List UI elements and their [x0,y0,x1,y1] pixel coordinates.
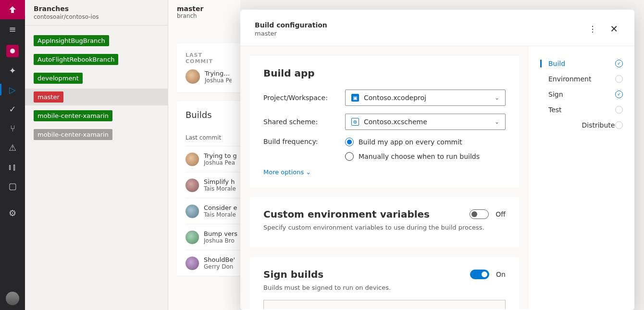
branch-item[interactable]: mobile-center-xamarin [34,129,112,140]
chevron-down-icon: ⌄ [495,94,499,101]
env-section: Custom environment variables Off Specify… [250,197,519,247]
branches-pane: Branches contosoair/contoso-ios AppInsig… [25,0,168,310]
env-toggle[interactable] [470,209,489,219]
builds-subheading: Last commit [186,134,240,141]
last-commit-label: LAST COMMIT [186,52,232,65]
builds-heading: Builds [186,110,240,120]
project-dropdown[interactable]: ▣ Contoso.xcodeproj ⌄ [345,90,506,106]
branch-item[interactable]: mobile-center-xamarin [34,110,112,121]
step-distribute[interactable]: Distribute [540,117,623,133]
status-icon [615,75,623,83]
rail-push[interactable]: ▢ [0,176,25,195]
step-test[interactable]: Test [540,102,623,117]
panel-title: Build configuration [255,21,327,29]
frequency-label: Build frequency: [263,138,345,145]
scheme-label: Shared scheme: [263,118,345,126]
scheme-icon: ⚙ [351,118,359,126]
rail-settings[interactable]: ⚙ [0,203,25,222]
branch-item[interactable]: AutoFlightRebookBranch [34,54,118,65]
panel-steps: Build Environment Sign Test Distribute [529,46,634,309]
provisioning-box[interactable]: ⚙ Provisioning profile: [263,300,506,309]
build-row[interactable]: Simplify hTais Morale [186,172,240,198]
sign-toggle[interactable] [470,270,489,279]
rail-distribute[interactable]: ⑂ [0,118,25,138]
close-icon[interactable]: ✕ [608,21,620,37]
freq-manual[interactable]: Manually choose when to run builds [345,152,506,161]
build-row[interactable]: ShouldBe'Gerry Don [186,250,240,276]
xcode-icon: ▣ [351,94,359,102]
chevron-down-icon: ⌄ [495,118,499,125]
check-icon [615,60,623,67]
rail-analytics[interactable]: ⫾⫿ [0,157,25,176]
env-toggle-label: Off [495,210,506,218]
build-app-heading: Build app [263,67,506,79]
branch-detail-pane: master branch LAST COMMIT Trying to g Jo… [168,0,240,310]
freq-every-commit[interactable]: Build my app on every commit [345,138,506,146]
build-row[interactable]: Bump versJoshua Bro [186,224,240,250]
sign-desc: Builds must be signed to run on devices. [263,284,506,291]
branch-label: branch [177,13,232,19]
project-label: Project/Workspace: [263,94,345,102]
chevron-down-icon: ⌄ [306,168,311,176]
branch-item-master[interactable]: master [34,91,63,103]
brand-logo[interactable] [0,0,25,19]
user-avatar[interactable] [6,292,19,305]
build-app-section: Build app Project/Workspace: ▣ Contoso.x… [250,56,519,187]
branch-item[interactable]: development [34,73,83,84]
env-desc: Specify custom environment variables to … [263,224,506,231]
sign-heading: Sign builds [263,269,463,280]
sign-toggle-label: On [496,271,506,278]
step-environment[interactable]: Environment [540,71,623,87]
step-sign[interactable]: Sign [540,87,623,102]
branch-item[interactable]: AppInsightBugBranch [34,35,109,46]
svg-point-0 [10,49,15,53]
sign-section: Sign builds On Builds must be signed to … [250,257,519,309]
more-options-link[interactable]: More options ⌄ [263,168,506,176]
build-config-panel: Build configuration master ⋮ ✕ Build app… [240,10,634,310]
env-heading: Custom environment variables [263,208,463,220]
radio-icon [345,152,354,161]
repo-name: contosoair/contoso-ios [34,13,159,20]
nav-rail: ≡ ✦ ▷ ✓ ⑂ ⚠ ⫾⫿ ▢ ⚙ [0,0,25,310]
scheme-dropdown[interactable]: ⚙ Contoso.xcscheme ⌄ [345,114,506,130]
branches-title: Branches [34,5,159,13]
panel-branch: master [255,30,327,37]
menu-toggle[interactable]: ≡ [0,19,25,39]
status-icon [615,121,623,129]
build-row[interactable]: Trying to gJoshua Pea [186,146,240,172]
build-row[interactable]: Consider eTais Morale [186,198,240,224]
rail-crashes[interactable]: ⚠ [0,138,25,157]
last-commit[interactable]: Trying to g Joshua Pea [186,69,232,84]
radio-icon [345,138,354,146]
status-icon [615,106,623,114]
commit-avatar [186,69,200,84]
check-icon [615,90,623,98]
rail-test[interactable]: ✓ [0,99,25,118]
step-build[interactable]: Build [540,56,623,71]
rail-getting-started[interactable]: ✦ [0,61,25,80]
rail-build[interactable]: ▷ [0,80,25,99]
app-icon[interactable] [0,41,25,61]
branch-name: master [177,5,232,13]
more-icon[interactable]: ⋮ [586,22,598,36]
